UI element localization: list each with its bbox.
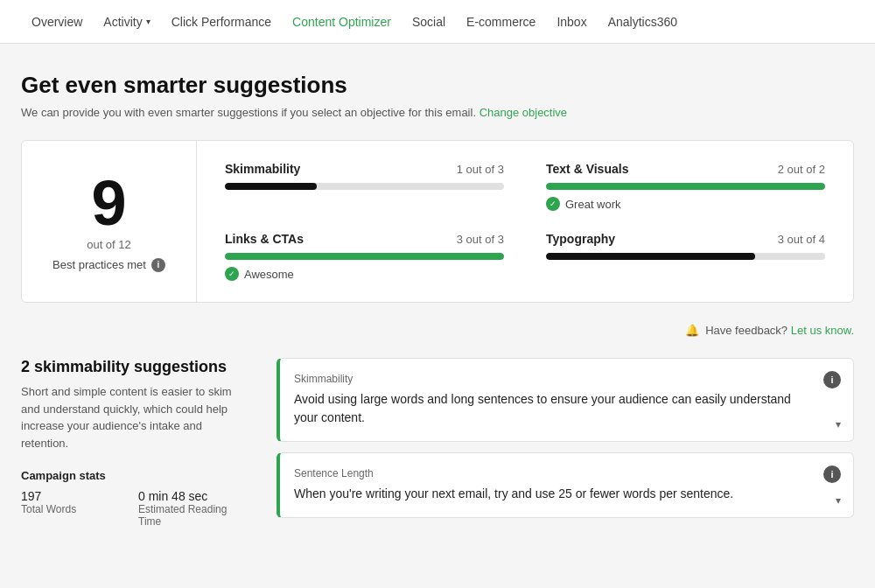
stat-words-value: 197 bbox=[21, 489, 131, 503]
lower-section: 2 skimmability suggestions Short and sim… bbox=[21, 358, 854, 528]
stat-words: 197 Total Words bbox=[21, 489, 131, 528]
suggestions-panel: 2 skimmability suggestions Short and sim… bbox=[21, 358, 248, 528]
check-icon-links-ctas: ✓ bbox=[225, 267, 239, 281]
info-icon[interactable]: i bbox=[151, 258, 165, 272]
progress-fill-skimmability bbox=[225, 183, 317, 190]
suggestions-desc: Short and simple content is easier to sk… bbox=[21, 383, 248, 452]
suggestion-card-0: Skimmability Avoid using large words and… bbox=[276, 358, 854, 442]
subtitle-text: We can provide you with even smarter sug… bbox=[21, 106, 476, 119]
score-left-panel: 9 out of 12 Best practices met i bbox=[22, 141, 197, 302]
metric-score-skimmability: 1 out of 3 bbox=[457, 163, 504, 176]
nav-item-ecommerce[interactable]: E-commerce bbox=[456, 0, 546, 44]
metric-status-links-ctas: ✓ Awesome bbox=[225, 267, 504, 281]
suggestions-list: Skimmability Avoid using large words and… bbox=[276, 358, 854, 528]
metric-name-typography: Typography bbox=[546, 232, 615, 246]
progress-fill-typography bbox=[546, 253, 755, 260]
metric-typography: Typography 3 out of 4 bbox=[546, 232, 825, 281]
progress-fill-text-visuals bbox=[546, 183, 825, 190]
main-content: Get even smarter suggestions We can prov… bbox=[0, 44, 875, 556]
nav-item-activity[interactable]: Activity ▾ bbox=[93, 0, 160, 44]
suggestion-info-icon-1[interactable]: i bbox=[823, 466, 841, 483]
suggestion-category-1: Sentence Length bbox=[294, 467, 839, 480]
progress-bg-text-visuals bbox=[546, 183, 825, 190]
stat-reading-time-label: Estimated Reading Time bbox=[138, 503, 248, 528]
suggestion-chevron-1[interactable]: ▾ bbox=[836, 494, 841, 507]
campaign-stats-title: Campaign stats bbox=[21, 469, 248, 482]
feedback-bar: 🔔 Have feedback? Let us know. bbox=[21, 324, 854, 337]
progress-fill-links-ctas bbox=[225, 253, 504, 260]
score-card: 9 out of 12 Best practices met i Skimmab… bbox=[21, 140, 854, 303]
check-icon-text-visuals: ✓ bbox=[546, 197, 560, 211]
metric-name-links-ctas: Links & CTAs bbox=[225, 232, 304, 246]
score-label: Best practices met i bbox=[52, 258, 165, 272]
nav-item-analytics360[interactable]: Analytics360 bbox=[598, 0, 688, 44]
feedback-text: Have feedback? bbox=[705, 324, 788, 337]
nav-bar: Overview Activity ▾ Click Performance Co… bbox=[0, 0, 875, 44]
feedback-link[interactable]: Let us know. bbox=[791, 324, 854, 337]
nav-item-inbox[interactable]: Inbox bbox=[546, 0, 597, 44]
metric-score-links-ctas: 3 out of 3 bbox=[457, 233, 504, 246]
nav-item-social[interactable]: Social bbox=[402, 0, 456, 44]
metric-skimmability: Skimmability 1 out of 3 bbox=[225, 162, 504, 211]
metric-score-typography: 3 out of 4 bbox=[778, 233, 825, 246]
suggestion-info-icon-0[interactable]: i bbox=[823, 371, 841, 388]
status-text-links-ctas: Awesome bbox=[244, 268, 294, 281]
metric-links-ctas: Links & CTAs 3 out of 3 ✓ Awesome bbox=[225, 232, 504, 281]
score-metrics-grid: Skimmability 1 out of 3 Text & Visuals 2… bbox=[197, 141, 853, 302]
stats-grid: 197 Total Words 0 min 48 sec Estimated R… bbox=[21, 489, 248, 528]
chevron-down-icon: ▾ bbox=[146, 17, 150, 26]
metric-text-visuals: Text & Visuals 2 out of 2 ✓ Great work bbox=[546, 162, 825, 211]
page-subtitle: We can provide you with even smarter sug… bbox=[21, 106, 854, 119]
suggestion-category-0: Skimmability bbox=[294, 373, 839, 385]
metric-name-skimmability: Skimmability bbox=[225, 162, 300, 176]
suggestion-chevron-0[interactable]: ▾ bbox=[836, 418, 841, 430]
score-number: 9 bbox=[91, 172, 126, 234]
stat-reading-time: 0 min 48 sec Estimated Reading Time bbox=[138, 489, 248, 528]
stat-words-label: Total Words bbox=[21, 503, 131, 515]
stat-reading-time-value: 0 min 48 sec bbox=[138, 489, 248, 503]
page-title: Get even smarter suggestions bbox=[21, 72, 854, 99]
score-of: out of 12 bbox=[87, 238, 131, 251]
progress-bg-skimmability bbox=[225, 183, 504, 190]
metric-status-text-visuals: ✓ Great work bbox=[546, 197, 825, 211]
metric-score-text-visuals: 2 out of 2 bbox=[778, 163, 825, 176]
bell-icon: 🔔 bbox=[685, 324, 699, 337]
suggestions-title: 2 skimmability suggestions bbox=[21, 358, 248, 376]
progress-bg-links-ctas bbox=[225, 253, 504, 260]
status-text-text-visuals: Great work bbox=[565, 198, 621, 211]
nav-item-activity-label: Activity bbox=[103, 15, 142, 29]
change-objective-link[interactable]: Change objective bbox=[480, 106, 567, 119]
metric-name-text-visuals: Text & Visuals bbox=[546, 162, 628, 176]
nav-item-overview[interactable]: Overview bbox=[21, 0, 93, 44]
progress-bg-typography bbox=[546, 253, 825, 260]
suggestion-card-1: Sentence Length When you're writing your… bbox=[276, 452, 854, 518]
score-label-text: Best practices met bbox=[52, 258, 146, 271]
nav-item-click-performance[interactable]: Click Performance bbox=[161, 0, 282, 44]
nav-item-content-optimizer[interactable]: Content Optimizer bbox=[282, 0, 402, 44]
suggestion-text-0: Avoid using large words and long sentenc… bbox=[294, 390, 839, 427]
suggestion-text-1: When you're writing your next email, try… bbox=[294, 485, 839, 503]
